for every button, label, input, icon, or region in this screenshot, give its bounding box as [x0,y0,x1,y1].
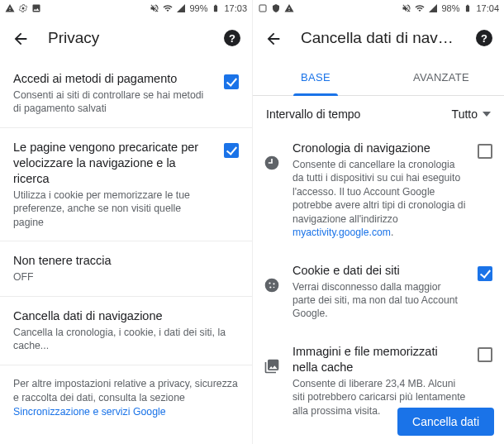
mute-icon [402,3,411,13]
item-clear-browsing-data[interactable]: Cancella dati di navigazione Cancella la… [0,297,252,365]
header: Privacy ? [0,17,252,60]
item-sub: Consente di cancellare la cronologia da … [292,158,466,240]
button-row: Cancella dati [397,408,494,436]
clock-text: 17:04 [476,3,499,13]
time-range-label: Intervallo di tempo [266,107,360,121]
item-title: Non tenere traccia [13,253,239,269]
svg-point-0 [22,7,25,10]
cookie-icon [263,276,281,294]
footer-text: Per altre impostazioni relative a privac… [13,378,238,403]
item-sub: Verrai disconnesso dalla maggior parte d… [292,280,466,321]
signal-icon [176,3,186,13]
sync-services-link[interactable]: Sincronizzazione e servizi Google [13,406,166,418]
clock-icon [263,154,281,172]
help-icon[interactable]: ? [476,30,492,46]
item-preload-pages[interactable]: Le pagine vengono precaricate per veloci… [0,128,252,241]
battery-icon [463,3,473,13]
item-sub: Cancella la cronologia, i cookie, i dati… [13,326,239,353]
tab-base[interactable]: BASE [253,60,378,95]
settings-icon [18,3,28,13]
item-sub: OFF [13,270,239,284]
item-title: Cancella dati di navigazione [13,308,239,324]
square-icon [258,3,268,13]
shield-icon [271,3,281,13]
battery-icon [211,3,221,13]
checkbox[interactable] [478,347,492,362]
clear-data-list: Cronologia di navigazione Consente di ca… [253,129,504,444]
svg-point-6 [273,286,275,288]
image-icon [31,3,41,13]
time-range-dropdown[interactable]: Tutto [452,107,491,121]
status-bar: 99% 17:03 [0,0,252,17]
clock-text: 17:03 [224,3,247,13]
tabs: BASE AVANZATE [253,60,504,96]
pane-privacy: 99% 17:03 Privacy ? Accedi ai metodi di … [0,0,252,444]
item-sub: Utilizza i cookie per memorizzare le tue… [13,189,214,230]
tab-label: BASE [301,71,330,84]
time-range-row[interactable]: Intervallo di tempo Tutto [253,96,504,129]
item-payment-methods[interactable]: Accedi ai metodi di pagamento Consenti a… [0,60,252,128]
tab-advanced[interactable]: AVANZATE [378,60,504,95]
item-sub: Consenti ai siti di controllare se hai m… [13,88,214,116]
item-do-not-track[interactable]: Non tenere traccia OFF [0,241,252,296]
myactivity-link[interactable]: myactivity.google.com [292,227,391,238]
warning-icon [284,3,294,13]
item-title: Accedi ai metodi di pagamento [13,71,214,87]
page-title: Cancella dati di navig... [301,29,456,47]
item-browsing-history[interactable]: Cronologia di navigazione Consente di ca… [253,129,504,251]
back-arrow-icon[interactable] [264,30,281,46]
wifi-icon [163,3,173,13]
item-cookies[interactable]: Cookie e dati dei siti Verrai disconness… [253,251,504,332]
checkbox[interactable] [478,266,492,281]
svg-point-4 [273,283,274,284]
checkbox[interactable] [224,74,239,89]
help-icon[interactable]: ? [224,30,240,46]
mute-icon [150,3,159,13]
tab-label: AVANZATE [413,71,469,84]
settings-list: Accedi ai metodi di pagamento Consenti a… [0,60,252,444]
svg-point-3 [269,282,270,284]
checkbox[interactable] [478,144,492,159]
battery-text: 98% [441,3,459,13]
item-title: Cookie e dati dei siti [292,263,466,279]
wifi-icon [415,3,425,13]
signal-icon [428,3,438,13]
item-title: Immagini e file memorizzati nella cache [292,344,466,375]
image-stack-icon [263,357,281,375]
warning-icon [5,3,15,13]
chevron-down-icon [483,112,491,117]
svg-rect-1 [259,5,266,12]
page-title: Privacy [48,29,204,47]
status-bar: 98% 17:04 [253,0,504,17]
item-title: Cronologia di navigazione [292,141,466,156]
battery-text: 99% [189,3,207,13]
header: Cancella dati di navig... ? [253,17,504,60]
back-arrow-icon[interactable] [12,30,28,46]
dropdown-value: Tutto [452,107,478,121]
footer-note: Per altre impostazioni relative a privac… [0,365,252,432]
checkbox[interactable] [224,143,239,158]
clear-data-button[interactable]: Cancella dati [397,408,494,436]
item-title: Le pagine vengono precaricate per veloci… [13,140,214,187]
svg-point-2 [265,278,279,292]
pane-clear-data: 98% 17:04 Cancella dati di navig... ? BA… [252,0,504,444]
svg-point-5 [269,286,271,288]
